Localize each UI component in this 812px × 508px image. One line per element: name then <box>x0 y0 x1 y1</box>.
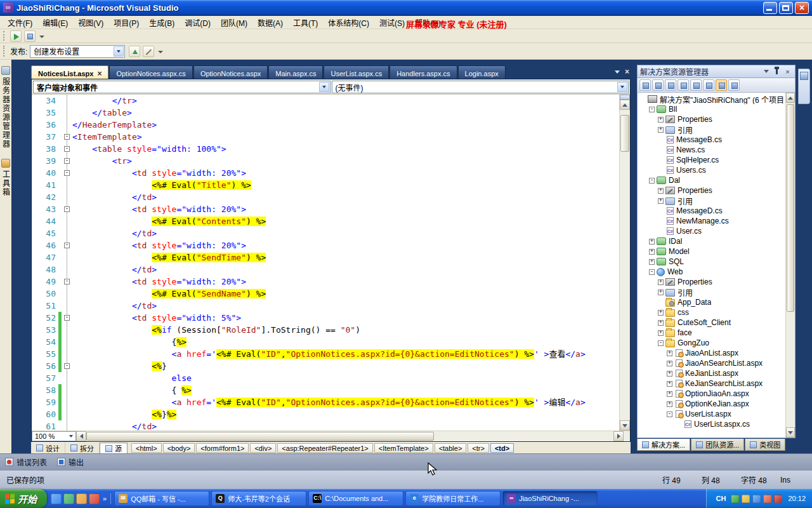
scroll-right-button[interactable] <box>613 431 624 441</box>
scroll-thumb[interactable] <box>620 115 629 152</box>
tray-icon[interactable] <box>774 495 782 503</box>
tree-item[interactable]: +css <box>639 307 785 318</box>
toolbar-grip[interactable] <box>3 46 6 57</box>
menu-item[interactable]: 数据(A) <box>252 16 288 29</box>
tree-item[interactable]: -Web <box>639 267 785 277</box>
taskbar-button[interactable]: C:\C:\Documents and... <box>308 491 403 506</box>
code-text[interactable]: <a href='<%# Eval("ID","OptionNotices.as… <box>72 396 619 408</box>
toolbar-grip[interactable] <box>3 31 6 41</box>
menu-item[interactable]: 调试(D) <box>180 16 216 29</box>
tree-item[interactable]: -UserList.aspx <box>639 409 785 419</box>
fold-collapse-icon[interactable]: - <box>64 279 70 284</box>
publish-settings-combo[interactable]: 创建发布设置 <box>30 45 125 58</box>
scroll-up-button[interactable] <box>786 93 795 103</box>
taskbar-button[interactable]: Q师大-韦芹等2个会话 <box>211 491 306 506</box>
tree-item[interactable]: +OptionKeJian.aspx <box>639 399 785 409</box>
expand-icon[interactable]: + <box>658 290 664 295</box>
collapse-icon[interactable]: - <box>649 178 655 184</box>
expand-icon[interactable]: + <box>667 401 672 407</box>
vertical-scrollbar[interactable] <box>619 95 630 431</box>
toolbar-overflow-chevron[interactable] <box>157 46 164 57</box>
tag-breadcrumb[interactable]: <tr> <box>468 443 489 453</box>
expand-icon[interactable]: + <box>667 371 672 377</box>
copy-web-site-icon[interactable] <box>728 79 740 91</box>
error-list-tab[interactable]: 错误列表 <box>5 457 47 467</box>
taskbar-button[interactable]: ✉QQ邮箱 - 写信 -... <box>114 491 209 506</box>
tree-item[interactable]: MessageB.cs <box>639 135 785 145</box>
document-tab[interactable]: OptionNotices.aspx <box>193 65 268 79</box>
tree-item[interactable]: Users.cs <box>639 165 785 175</box>
quick-launch-icon[interactable] <box>51 493 62 504</box>
menu-item[interactable]: 编辑(E) <box>37 16 73 29</box>
tool-icon[interactable] <box>24 30 36 42</box>
horizontal-scrollbar[interactable]: 100 % <box>32 431 630 441</box>
collapse-icon[interactable]: - <box>649 269 655 275</box>
language-indicator[interactable]: CH <box>714 494 728 503</box>
expand-icon[interactable]: + <box>658 330 664 336</box>
scroll-up-button[interactable] <box>620 100 630 110</box>
menu-item[interactable]: 团队(M) <box>216 16 252 29</box>
code-text[interactable]: </table> <box>72 107 619 119</box>
code-text[interactable]: <td style="width: 20%"> <box>72 239 619 251</box>
tray-icon[interactable] <box>752 495 761 503</box>
maximize-button[interactable] <box>779 2 793 14</box>
tree-item[interactable]: +JiaoAnSearchList.aspx <box>639 358 785 368</box>
scroll-thumb[interactable] <box>787 104 794 312</box>
tree-item[interactable]: MessageD.cs <box>639 206 785 216</box>
code-text[interactable]: {%> <box>72 336 619 348</box>
code-text[interactable]: <table style="width: 100%"> <box>72 143 619 155</box>
tree-item[interactable]: User.cs <box>639 226 785 236</box>
view-mode-split[interactable]: 拆分 <box>65 443 100 453</box>
quick-launch-icon[interactable] <box>63 493 74 504</box>
scroll-down-button[interactable] <box>620 420 630 431</box>
window-position-chevron-icon[interactable] <box>761 67 771 76</box>
tree-item[interactable]: +CuteSoft_Client <box>639 318 785 328</box>
menu-item[interactable]: 测试(S) <box>374 16 410 29</box>
code-text[interactable]: <%# Eval("Contents") %> <box>72 215 619 227</box>
tree-item[interactable]: 解决方案"JiaoShiRiChang" (6 个项目 <box>639 94 785 104</box>
close-button[interactable]: × <box>795 2 809 14</box>
tool-window-tab[interactable]: 类视图 <box>745 439 785 451</box>
tag-breadcrumb[interactable]: <div> <box>250 443 276 453</box>
view-mode-source[interactable]: 源 <box>100 443 128 453</box>
tray-icon[interactable] <box>742 495 750 503</box>
quick-launch-overflow-icon[interactable]: » <box>103 495 107 502</box>
tree-item[interactable]: +Properties <box>639 114 785 124</box>
fold-collapse-icon[interactable]: - <box>64 170 70 176</box>
tool-window-tab[interactable]: 解决方案... <box>637 439 690 451</box>
expand-icon[interactable]: + <box>658 117 664 123</box>
tree-item[interactable]: +Properties <box>639 277 785 287</box>
minimize-button[interactable] <box>763 2 777 14</box>
chevron-down-icon[interactable] <box>114 46 124 57</box>
code-text[interactable]: else <box>72 372 619 384</box>
code-text[interactable]: <%# Eval("SendTime") %> <box>72 251 619 264</box>
scroll-track[interactable] <box>620 110 630 420</box>
view-code-icon[interactable] <box>678 79 689 91</box>
close-document-icon[interactable]: × <box>625 68 629 76</box>
code-text[interactable]: <td style="width: 5%"> <box>72 312 619 324</box>
expand-icon[interactable]: + <box>667 351 672 356</box>
tree-item[interactable]: News.cs <box>639 145 785 155</box>
view-class-diagram-icon[interactable] <box>703 79 714 91</box>
fold-collapse-icon[interactable]: - <box>64 134 70 140</box>
tree-item[interactable]: +JiaoAnList.aspx <box>639 348 785 358</box>
expand-icon[interactable]: + <box>658 310 664 316</box>
collapse-icon[interactable]: - <box>658 340 664 346</box>
tree-item[interactable]: +KeJianSearchList.aspx <box>639 378 785 389</box>
show-all-files-icon[interactable] <box>652 79 664 91</box>
tag-breadcrumb[interactable]: <td> <box>490 443 514 453</box>
chevron-down-icon[interactable] <box>319 82 329 92</box>
document-tab[interactable]: Main.aspx.cs <box>268 65 323 79</box>
fold-collapse-icon[interactable]: - <box>64 146 70 152</box>
menu-item[interactable]: 体系结构(C) <box>323 16 374 29</box>
start-debug-icon[interactable] <box>10 30 22 42</box>
code-text[interactable]: </td> <box>72 264 619 276</box>
tray-icon[interactable] <box>731 495 739 503</box>
quick-launch-icon[interactable] <box>76 493 87 504</box>
objects-combo[interactable]: 客户端对象和事件 <box>33 81 331 93</box>
properties-icon[interactable] <box>639 79 651 91</box>
taskbar-button[interactable]: ∞JiaoShiRiChang -... <box>502 491 598 506</box>
taskbar-button[interactable]: e学院教师日常工作... <box>405 491 501 506</box>
collapse-icon[interactable]: - <box>667 411 672 417</box>
expand-icon[interactable]: + <box>658 188 664 194</box>
